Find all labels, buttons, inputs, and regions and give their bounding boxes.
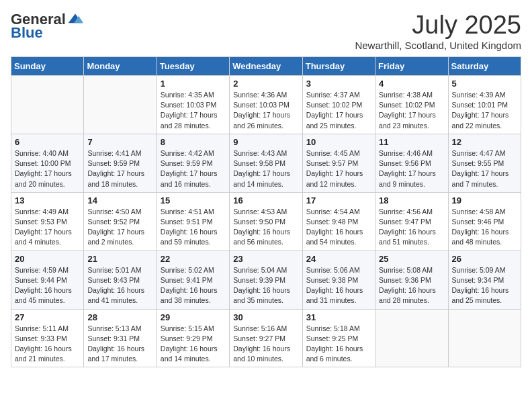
day-info: Sunrise: 4:41 AMSunset: 9:59 PMDaylight:… bbox=[87, 148, 152, 189]
weekday-header: Friday bbox=[375, 57, 448, 76]
calendar-cell: 8Sunrise: 4:42 AMSunset: 9:59 PMDaylight… bbox=[157, 134, 229, 192]
day-info: Sunrise: 5:11 AMSunset: 9:33 PMDaylight:… bbox=[15, 324, 80, 365]
calendar-cell: 29Sunrise: 5:15 AMSunset: 9:29 PMDayligh… bbox=[157, 309, 229, 367]
calendar-cell: 7Sunrise: 4:41 AMSunset: 9:59 PMDaylight… bbox=[84, 134, 157, 192]
calendar-week-row: 6Sunrise: 4:40 AMSunset: 10:00 PMDayligh… bbox=[11, 134, 521, 192]
calendar-week-row: 27Sunrise: 5:11 AMSunset: 9:33 PMDayligh… bbox=[11, 309, 521, 367]
day-number: 12 bbox=[452, 137, 517, 147]
day-number: 27 bbox=[15, 312, 80, 322]
day-number: 25 bbox=[379, 254, 444, 264]
weekday-header: Sunday bbox=[11, 57, 84, 76]
day-number: 9 bbox=[233, 137, 298, 147]
day-number: 11 bbox=[379, 137, 444, 147]
calendar-cell: 26Sunrise: 5:09 AMSunset: 9:34 PMDayligh… bbox=[448, 250, 521, 309]
logo-blue-text: Blue bbox=[11, 24, 43, 42]
calendar-cell: 31Sunrise: 5:18 AMSunset: 9:25 PMDayligh… bbox=[302, 309, 375, 367]
calendar-cell: 28Sunrise: 5:13 AMSunset: 9:31 PMDayligh… bbox=[84, 309, 157, 367]
calendar-cell bbox=[11, 76, 84, 134]
day-info: Sunrise: 4:46 AMSunset: 9:56 PMDaylight:… bbox=[379, 148, 444, 189]
calendar-cell: 3Sunrise: 4:37 AMSunset: 10:02 PMDayligh… bbox=[302, 76, 375, 134]
day-info: Sunrise: 4:43 AMSunset: 9:58 PMDaylight:… bbox=[233, 148, 298, 189]
day-info: Sunrise: 5:01 AMSunset: 9:43 PMDaylight:… bbox=[87, 265, 152, 306]
calendar-cell: 12Sunrise: 4:47 AMSunset: 9:55 PMDayligh… bbox=[448, 134, 521, 192]
day-info: Sunrise: 4:59 AMSunset: 9:44 PMDaylight:… bbox=[15, 265, 80, 306]
day-info: Sunrise: 4:45 AMSunset: 9:57 PMDaylight:… bbox=[306, 148, 371, 189]
day-info: Sunrise: 5:06 AMSunset: 9:38 PMDaylight:… bbox=[306, 265, 371, 306]
day-number: 20 bbox=[15, 254, 80, 264]
day-info: Sunrise: 5:13 AMSunset: 9:31 PMDaylight:… bbox=[87, 324, 152, 365]
calendar-cell: 11Sunrise: 4:46 AMSunset: 9:56 PMDayligh… bbox=[375, 134, 448, 192]
day-number: 10 bbox=[306, 137, 371, 147]
day-number: 18 bbox=[379, 195, 444, 205]
day-info: Sunrise: 5:09 AMSunset: 9:34 PMDaylight:… bbox=[452, 265, 517, 306]
day-info: Sunrise: 4:40 AMSunset: 10:00 PMDaylight… bbox=[15, 148, 80, 189]
day-number: 28 bbox=[87, 312, 152, 322]
weekday-header: Tuesday bbox=[157, 57, 229, 76]
day-info: Sunrise: 4:53 AMSunset: 9:50 PMDaylight:… bbox=[233, 207, 298, 248]
calendar-cell: 9Sunrise: 4:43 AMSunset: 9:58 PMDaylight… bbox=[230, 134, 302, 192]
day-info: Sunrise: 4:58 AMSunset: 9:46 PMDaylight:… bbox=[452, 207, 517, 248]
day-info: Sunrise: 5:04 AMSunset: 9:39 PMDaylight:… bbox=[233, 265, 298, 306]
day-info: Sunrise: 4:37 AMSunset: 10:02 PMDaylight… bbox=[306, 90, 371, 131]
day-number: 5 bbox=[452, 79, 517, 89]
weekday-header: Wednesday bbox=[230, 57, 302, 76]
day-info: Sunrise: 4:49 AMSunset: 9:53 PMDaylight:… bbox=[15, 207, 80, 248]
calendar-cell bbox=[448, 309, 521, 367]
day-number: 23 bbox=[233, 254, 298, 264]
day-info: Sunrise: 4:56 AMSunset: 9:47 PMDaylight:… bbox=[379, 207, 444, 248]
day-number: 14 bbox=[87, 195, 152, 205]
calendar-cell: 10Sunrise: 4:45 AMSunset: 9:57 PMDayligh… bbox=[302, 134, 375, 192]
day-number: 1 bbox=[161, 79, 226, 89]
calendar-cell: 6Sunrise: 4:40 AMSunset: 10:00 PMDayligh… bbox=[11, 134, 84, 192]
day-number: 8 bbox=[161, 137, 226, 147]
day-number: 3 bbox=[306, 79, 371, 89]
page-header: General Blue July 2025 Newarthill, Scotl… bbox=[11, 11, 521, 51]
day-number: 17 bbox=[306, 195, 371, 205]
location-text: Newarthill, Scotland, United Kingdom bbox=[355, 40, 521, 51]
day-number: 7 bbox=[87, 137, 152, 147]
logo-icon bbox=[67, 11, 83, 28]
day-number: 31 bbox=[306, 312, 371, 322]
day-number: 4 bbox=[379, 79, 444, 89]
day-info: Sunrise: 5:16 AMSunset: 9:27 PMDaylight:… bbox=[233, 324, 298, 365]
weekday-header: Saturday bbox=[448, 57, 521, 76]
calendar-cell: 27Sunrise: 5:11 AMSunset: 9:33 PMDayligh… bbox=[11, 309, 84, 367]
calendar-cell: 24Sunrise: 5:06 AMSunset: 9:38 PMDayligh… bbox=[302, 250, 375, 309]
calendar-cell: 17Sunrise: 4:54 AMSunset: 9:48 PMDayligh… bbox=[302, 192, 375, 250]
calendar-cell: 19Sunrise: 4:58 AMSunset: 9:46 PMDayligh… bbox=[448, 192, 521, 250]
day-info: Sunrise: 5:18 AMSunset: 9:25 PMDaylight:… bbox=[306, 324, 371, 365]
day-info: Sunrise: 4:51 AMSunset: 9:51 PMDaylight:… bbox=[161, 207, 226, 248]
calendar-cell: 21Sunrise: 5:01 AMSunset: 9:43 PMDayligh… bbox=[84, 250, 157, 309]
day-number: 2 bbox=[233, 79, 298, 89]
day-number: 21 bbox=[87, 254, 152, 264]
day-info: Sunrise: 4:50 AMSunset: 9:52 PMDaylight:… bbox=[87, 207, 152, 248]
calendar-cell: 13Sunrise: 4:49 AMSunset: 9:53 PMDayligh… bbox=[11, 192, 84, 250]
day-number: 19 bbox=[452, 195, 517, 205]
calendar-cell: 5Sunrise: 4:39 AMSunset: 10:01 PMDayligh… bbox=[448, 76, 521, 134]
day-info: Sunrise: 5:15 AMSunset: 9:29 PMDaylight:… bbox=[161, 324, 226, 365]
weekday-header: Thursday bbox=[302, 57, 375, 76]
calendar-cell: 16Sunrise: 4:53 AMSunset: 9:50 PMDayligh… bbox=[230, 192, 302, 250]
calendar-table: SundayMondayTuesdayWednesdayThursdayFrid… bbox=[11, 56, 521, 367]
day-info: Sunrise: 4:47 AMSunset: 9:55 PMDaylight:… bbox=[452, 148, 517, 189]
day-info: Sunrise: 4:39 AMSunset: 10:01 PMDaylight… bbox=[452, 90, 517, 131]
calendar-week-row: 1Sunrise: 4:35 AMSunset: 10:03 PMDayligh… bbox=[11, 76, 521, 134]
day-info: Sunrise: 4:35 AMSunset: 10:03 PMDaylight… bbox=[161, 90, 226, 131]
calendar-cell: 2Sunrise: 4:36 AMSunset: 10:03 PMDayligh… bbox=[230, 76, 302, 134]
day-info: Sunrise: 4:54 AMSunset: 9:48 PMDaylight:… bbox=[306, 207, 371, 248]
calendar-cell bbox=[375, 309, 448, 367]
weekday-header: Monday bbox=[84, 57, 157, 76]
calendar-cell bbox=[84, 76, 157, 134]
day-number: 13 bbox=[15, 195, 80, 205]
calendar-cell: 4Sunrise: 4:38 AMSunset: 10:02 PMDayligh… bbox=[375, 76, 448, 134]
calendar-cell: 15Sunrise: 4:51 AMSunset: 9:51 PMDayligh… bbox=[157, 192, 229, 250]
calendar-cell: 25Sunrise: 5:08 AMSunset: 9:36 PMDayligh… bbox=[375, 250, 448, 309]
day-number: 26 bbox=[452, 254, 517, 264]
day-info: Sunrise: 5:08 AMSunset: 9:36 PMDaylight:… bbox=[379, 265, 444, 306]
month-title: July 2025 bbox=[355, 11, 521, 40]
day-number: 29 bbox=[161, 312, 226, 322]
calendar-header-row: SundayMondayTuesdayWednesdayThursdayFrid… bbox=[11, 57, 521, 76]
day-info: Sunrise: 4:38 AMSunset: 10:02 PMDaylight… bbox=[379, 90, 444, 131]
day-number: 15 bbox=[161, 195, 226, 205]
calendar-cell: 30Sunrise: 5:16 AMSunset: 9:27 PMDayligh… bbox=[230, 309, 302, 367]
